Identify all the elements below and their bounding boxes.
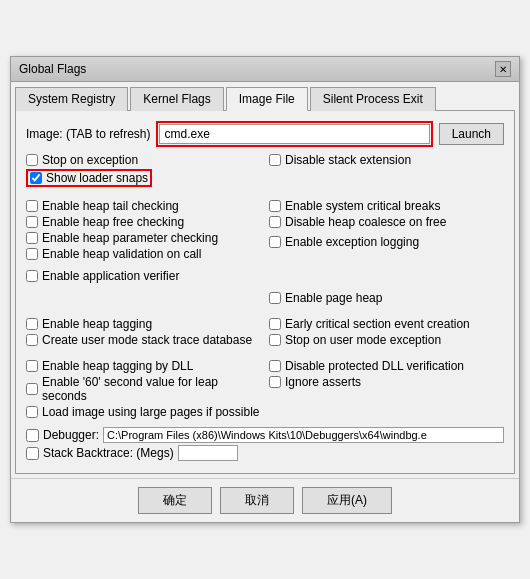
exception-logging-label: Enable exception logging [285,235,419,249]
stop-on-exception-label: Stop on exception [42,153,138,167]
stop-user-mode-label: Stop on user mode exception [285,333,441,347]
global-flags-window: Global Flags ✕ System Registry Kernel Fl… [10,56,520,523]
debugger-input[interactable] [103,427,504,443]
window-title: Global Flags [19,62,86,76]
heap-free-checkbox[interactable] [26,216,38,228]
heap-free-label: Enable heap free checking [42,215,184,229]
disable-protected-dll-label: Disable protected DLL verification [285,359,464,373]
user-mode-stack-label: Create user mode stack trace database [42,333,252,347]
debugger-label: Debugger: [43,428,99,442]
early-critical-checkbox[interactable] [269,318,281,330]
row-stop-disable: Stop on exception Show loader snaps Disa… [26,153,504,189]
disable-stack-extension-checkbox[interactable] [269,154,281,166]
exception-logging-row: Enable exception logging [269,235,504,249]
show-loader-snaps-box: Show loader snaps [26,169,152,187]
heap-tail-checkbox[interactable] [26,200,38,212]
launch-button[interactable]: Launch [439,123,504,145]
large-pages-row: Load image using large pages if possible [26,405,261,419]
early-critical-label: Early critical section event creation [285,317,470,331]
disable-coalesce-checkbox[interactable] [269,216,281,228]
show-loader-snaps-row: Show loader snaps [26,169,261,187]
system-critical-checkbox[interactable] [269,200,281,212]
stop-on-exception-row: Stop on exception [26,153,261,167]
page-heap-row: Enable page heap [269,291,504,305]
ok-button[interactable]: 确定 [138,487,212,514]
heap-free-row: Enable heap free checking [26,215,261,229]
heap-validation-checkbox[interactable] [26,248,38,260]
close-button[interactable]: ✕ [495,61,511,77]
heap-tail-label: Enable heap tail checking [42,199,179,213]
cancel-button[interactable]: 取消 [220,487,294,514]
tab-kernel-flags[interactable]: Kernel Flags [130,87,223,111]
system-critical-label: Enable system critical breaks [285,199,440,213]
ignore-asserts-row: Ignore asserts [269,375,504,389]
tagging-section: Enable heap tagging Create user mode sta… [26,317,504,349]
disable-stack-extension-row: Disable stack extension [269,153,504,167]
heap-tagging-dll-row: Enable heap tagging by DLL [26,359,261,373]
disable-coalesce-label: Disable heap coalesce on free [285,215,446,229]
app-verifier-checkbox[interactable] [26,270,38,282]
show-loader-snaps-label: Show loader snaps [46,171,148,185]
user-mode-stack-row: Create user mode stack trace database [26,333,261,347]
stack-backtrace-input[interactable] [178,445,238,461]
page-heap-checkbox[interactable] [269,292,281,304]
early-critical-row: Early critical section event creation [269,317,504,331]
show-loader-snaps-checkbox[interactable] [30,172,42,184]
image-input-wrapper [156,121,432,147]
stack-backtrace-label: Stack Backtrace: (Megs) [43,446,174,460]
title-bar: Global Flags ✕ [11,57,519,82]
heap-tagging-row: Enable heap tagging [26,317,261,331]
ignore-asserts-label: Ignore asserts [285,375,361,389]
ignore-asserts-checkbox[interactable] [269,376,281,388]
sixty-second-label: Enable '60' second value for leap second… [42,375,261,403]
heap-section: Enable heap tail checking Enable heap fr… [26,199,504,263]
heap-validation-label: Enable heap validation on call [42,247,201,261]
tab-system-registry[interactable]: System Registry [15,87,128,111]
disable-protected-dll-row: Disable protected DLL verification [269,359,504,373]
app-verifier-row: Enable application verifier [26,269,261,283]
image-input[interactable] [159,124,429,144]
user-mode-stack-checkbox[interactable] [26,334,38,346]
debugger-row: Debugger: [26,427,504,443]
stop-user-mode-checkbox[interactable] [269,334,281,346]
sixty-second-checkbox[interactable] [26,383,38,395]
page-heap-label: Enable page heap [285,291,382,305]
tab-content: Image: (TAB to refresh) Launch Stop on e… [15,110,515,474]
heap-tagging-checkbox[interactable] [26,318,38,330]
tab-bar: System Registry Kernel Flags Image File … [11,82,519,110]
large-pages-checkbox[interactable] [26,406,38,418]
verifier-pageheap-section: Enable application verifier [26,269,504,285]
heap-validation-row: Enable heap validation on call [26,247,261,261]
app-verifier-label: Enable application verifier [42,269,179,283]
debugger-checkbox[interactable] [26,429,39,442]
image-label: Image: (TAB to refresh) [26,127,150,141]
dll-section: Enable heap tagging by DLL Enable '60' s… [26,359,504,421]
large-pages-label: Load image using large pages if possible [42,405,259,419]
system-critical-row: Enable system critical breaks [269,199,504,213]
heap-tail-row: Enable heap tail checking [26,199,261,213]
apply-button[interactable]: 应用(A) [302,487,392,514]
tab-silent-process-exit[interactable]: Silent Process Exit [310,87,436,111]
image-row: Image: (TAB to refresh) Launch [26,121,504,147]
disable-coalesce-row: Disable heap coalesce on free [269,215,504,229]
disable-protected-dll-checkbox[interactable] [269,360,281,372]
heap-tagging-dll-checkbox[interactable] [26,360,38,372]
exception-logging-checkbox[interactable] [269,236,281,248]
heap-tagging-dll-label: Enable heap tagging by DLL [42,359,193,373]
stop-on-exception-checkbox[interactable] [26,154,38,166]
bottom-bar: 确定 取消 应用(A) [11,478,519,522]
heap-param-label: Enable heap parameter checking [42,231,218,245]
heap-param-row: Enable heap parameter checking [26,231,261,245]
sixty-second-row: Enable '60' second value for leap second… [26,375,261,403]
disable-stack-extension-label: Disable stack extension [285,153,411,167]
stack-backtrace-row: Stack Backtrace: (Megs) [26,445,504,461]
heap-param-checkbox[interactable] [26,232,38,244]
stop-user-mode-row: Stop on user mode exception [269,333,504,347]
stack-backtrace-checkbox[interactable] [26,447,39,460]
tab-image-file[interactable]: Image File [226,87,308,111]
heap-tagging-label: Enable heap tagging [42,317,152,331]
pageheap-section: Enable page heap [26,291,504,307]
